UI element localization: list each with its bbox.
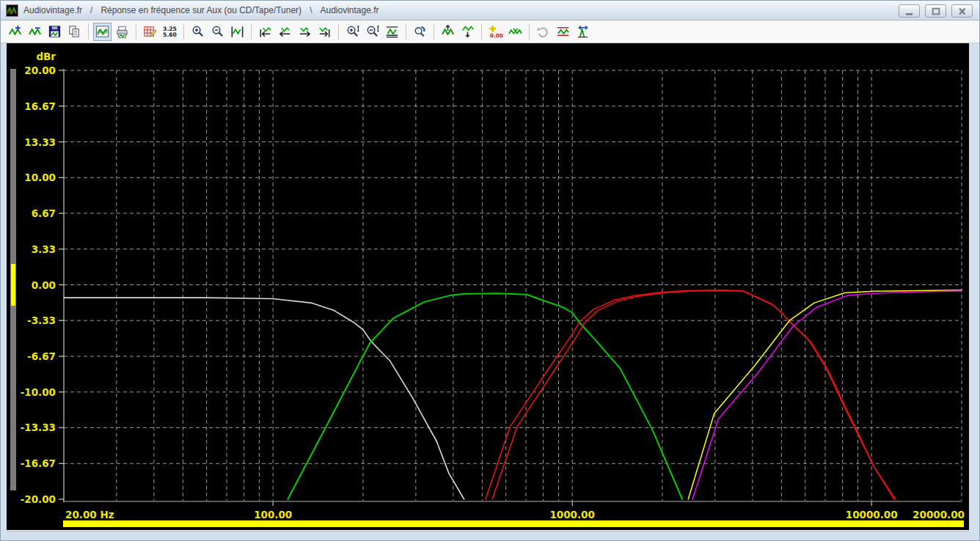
toolbar-scroll-last-button[interactable] xyxy=(315,23,334,41)
show-graph-icon xyxy=(95,23,110,40)
toolbar-add-curve-button[interactable] xyxy=(6,23,24,41)
shift-down-icon xyxy=(460,23,475,40)
y-tick-label: 13.33 xyxy=(24,136,56,148)
y-range-selector[interactable] xyxy=(11,264,15,306)
toolbar-separator xyxy=(481,23,482,40)
y-tick-label: 10.00 xyxy=(24,172,56,183)
save-curve-icon xyxy=(47,23,62,40)
x-tick-label: 20.00 Hz xyxy=(65,509,114,520)
toolbar-fit-y-button[interactable] xyxy=(383,23,401,41)
toolbar-undo-zoom-button[interactable] xyxy=(411,23,429,41)
y-tick-label: -6.67 xyxy=(27,350,56,362)
minimize-icon xyxy=(899,5,919,18)
scroll-left-icon xyxy=(277,23,293,40)
scroll-right-icon xyxy=(297,23,312,40)
close-icon xyxy=(952,5,972,18)
y-axis-unit-label: dBr xyxy=(36,51,56,62)
scroll-first-icon xyxy=(257,23,273,40)
y-tick-label: -10.00 xyxy=(21,386,56,398)
curve-low-mid-band-green xyxy=(288,293,682,499)
curve-mid-band-red-a xyxy=(486,290,894,499)
redo-icon xyxy=(535,23,551,40)
breadcrumb-app: Audiovintage.fr xyxy=(23,5,82,15)
minimize-button[interactable] xyxy=(899,4,920,18)
x-tick-label: 1000.00 xyxy=(549,509,595,520)
toolbar-copy-curve-button[interactable] xyxy=(65,23,84,41)
y-tick-label: 6.67 xyxy=(32,207,56,219)
toolbar-scroll-first-button[interactable] xyxy=(256,23,274,41)
app-icon-graphic xyxy=(6,4,18,17)
toolbar-separator xyxy=(136,23,136,40)
y-tick-label: 20.00 xyxy=(24,65,56,76)
window-title: Audiovintage.fr / Réponse en fréquence s… xyxy=(23,5,379,15)
fit-y-icon xyxy=(384,23,400,40)
x-tick-label: 20000.00 xyxy=(913,509,965,520)
app-window: Audiovintage.fr / Réponse en fréquence s… xyxy=(0,0,980,541)
toolbar-show-graph-button[interactable] xyxy=(93,23,111,41)
zoom-x-out-icon xyxy=(210,23,225,40)
svg-text:0.00: 0.00 xyxy=(490,32,503,39)
x-tick-label: 10000.00 xyxy=(846,509,898,520)
svg-text:5.60: 5.60 xyxy=(163,32,177,38)
toolbar-scroll-right-button[interactable] xyxy=(296,23,314,41)
y-tick-label: 16.67 xyxy=(24,100,56,112)
x-range-selector[interactable] xyxy=(63,520,964,527)
close-button[interactable] xyxy=(951,4,973,18)
toolbar-separator xyxy=(338,23,339,40)
toolbar-pan-offset-button[interactable] xyxy=(574,23,592,41)
print-graph-icon xyxy=(114,23,130,40)
toolbar-save-curve-button[interactable] xyxy=(45,23,64,41)
toolbar-scroll-left-button[interactable] xyxy=(276,23,294,41)
curve-mid-band-red-b xyxy=(492,291,896,500)
plot-panel: 20.0016.6713.3310.006.673.330.00-3.33-6.… xyxy=(7,43,969,530)
toolbar-cursor-readout-button[interactable]: 0.00 xyxy=(486,23,505,41)
shift-up-icon xyxy=(440,23,456,40)
y-tick-label: -13.33 xyxy=(21,422,56,433)
toolbar-zoom-x-out-button[interactable] xyxy=(208,23,227,41)
limit-lines-icon xyxy=(555,23,571,40)
curve-low-band-white xyxy=(64,298,464,499)
toolbar-shift-up-button[interactable] xyxy=(439,23,457,41)
curve-high-band-magenta xyxy=(692,291,962,499)
breadcrumb-separator-2: \ xyxy=(310,5,312,15)
breadcrumb-measurement: Réponse en fréquence sur Aux (ou CD/Tape… xyxy=(100,5,301,15)
toolbar-separator xyxy=(88,23,89,40)
toolbar-zoom-y-out-button[interactable] xyxy=(363,23,381,41)
zoom-y-out-icon xyxy=(365,23,380,40)
toolbar-subtract-curves-button[interactable] xyxy=(506,23,524,41)
y-tick-label: 3.33 xyxy=(32,243,56,255)
toolbar-separator xyxy=(251,23,252,40)
toolbar-zoom-y-in-button[interactable] xyxy=(343,23,362,41)
app-icon xyxy=(6,4,18,17)
scroll-last-icon xyxy=(317,23,332,40)
zoom-x-in-icon xyxy=(190,23,205,40)
toolbar-limit-lines-button[interactable] xyxy=(554,23,572,41)
title-bar[interactable]: Audiovintage.fr / Réponse en fréquence s… xyxy=(1,1,979,21)
toolbar-shift-down-button[interactable] xyxy=(458,23,477,41)
toolbar-zoom-x-in-button[interactable] xyxy=(189,23,207,41)
toolbar-redo-button[interactable] xyxy=(534,23,552,41)
remove-curve-icon xyxy=(27,23,43,40)
toolbar-edit-values-button[interactable] xyxy=(141,23,159,41)
toolbar: 3.255.600.00 xyxy=(1,21,979,43)
window-controls xyxy=(899,4,973,18)
subtract-curves-icon xyxy=(508,23,523,40)
copy-curve-icon xyxy=(67,23,82,40)
edit-values-icon xyxy=(142,23,158,40)
frequency-response-chart[interactable]: 20.0016.6713.3310.006.673.330.00-3.33-6.… xyxy=(7,43,969,530)
toolbar-remove-curve-button[interactable] xyxy=(26,23,44,41)
toolbar-print-graph-button[interactable] xyxy=(113,23,131,41)
cursor-readout-icon: 0.00 xyxy=(488,23,503,40)
breadcrumb-app-2: Audiovintage.fr xyxy=(320,5,379,15)
toolbar-fit-x-button[interactable] xyxy=(228,23,246,41)
y-tick-label: -3.33 xyxy=(27,314,56,326)
maximize-icon xyxy=(926,5,946,18)
fit-x-icon xyxy=(230,23,245,40)
y-tick-label: 0.00 xyxy=(32,279,56,291)
maximize-button[interactable] xyxy=(925,4,946,18)
y-tick-label: -16.67 xyxy=(21,457,56,469)
y-tick-label: -20.00 xyxy=(21,493,56,505)
pan-offset-icon xyxy=(575,23,590,40)
toolbar-show-values-button[interactable]: 3.255.60 xyxy=(161,23,179,41)
breadcrumb-separator: / xyxy=(90,5,92,15)
